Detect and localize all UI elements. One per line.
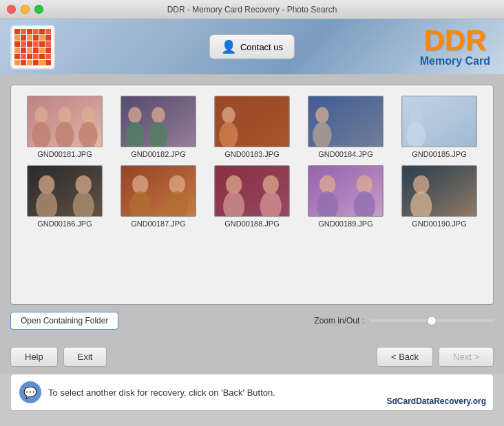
ddr-title: DDR	[420, 26, 490, 55]
svg-point-48	[357, 175, 372, 194]
photo-thumbnail[interactable]	[27, 96, 103, 147]
photo-gallery[interactable]: GND00181.JPGGND00182.JPGGND00183.JPGGND0…	[10, 85, 494, 305]
photo-label: GND00184.JPG	[318, 150, 372, 158]
list-item[interactable]: GND00190.JPG	[396, 165, 483, 228]
svg-point-4	[58, 107, 71, 123]
zoom-label: Zoom in/Out :	[314, 316, 364, 326]
zoom-section: Zoom in/Out :	[314, 316, 494, 326]
list-item[interactable]: GND00185.JPG	[396, 96, 483, 158]
photo-thumbnail[interactable]	[120, 96, 196, 147]
zoom-slider[interactable]	[370, 319, 494, 322]
next-button[interactable]: Next >	[439, 347, 494, 367]
photo-thumbnail[interactable]	[308, 96, 384, 147]
info-message: To select another disk for recovery, cli…	[48, 387, 275, 398]
ddr-logo: DDR Memory Card	[420, 26, 490, 67]
svg-point-42	[263, 175, 279, 194]
exit-button[interactable]: Exit	[63, 347, 107, 367]
ddr-subtitle: Memory Card	[420, 55, 490, 67]
list-item[interactable]: GND00189.JPG	[302, 165, 389, 228]
header: 👤 Contact us DDR Memory Card	[0, 19, 504, 74]
photo-label: GND00187.JPG	[131, 220, 185, 228]
contact-button[interactable]: 👤 Contact us	[209, 34, 295, 59]
contact-icon: 👤	[221, 39, 236, 54]
photo-thumbnail[interactable]	[401, 165, 477, 217]
svg-point-36	[169, 175, 185, 194]
list-item[interactable]: GND00182.JPG	[115, 96, 202, 158]
list-item[interactable]: GND00183.JPG	[209, 96, 295, 158]
window-title: DDR - Memory Card Recovery - Photo Searc…	[167, 5, 337, 14]
maximize-button[interactable]	[34, 5, 43, 14]
photo-thumbnail[interactable]	[214, 165, 290, 217]
list-item[interactable]: GND00181.JPG	[21, 96, 108, 158]
close-button[interactable]	[7, 5, 16, 14]
back-button[interactable]: < Back	[377, 347, 433, 367]
watermark: SdCardDataRecovery.org	[387, 396, 487, 406]
svg-point-10	[128, 107, 141, 123]
svg-point-40	[226, 175, 242, 194]
photo-thumbnail[interactable]	[120, 165, 196, 217]
nav-right-group: < Back Next >	[377, 347, 494, 367]
list-item[interactable]: GND00187.JPG	[115, 165, 202, 228]
logo-grid	[14, 29, 51, 65]
contact-label: Contact us	[240, 42, 283, 52]
svg-point-28	[39, 175, 54, 194]
photo-label: GND00183.JPG	[224, 150, 279, 158]
open-folder-button[interactable]: Open Containing Folder	[10, 312, 118, 330]
photo-label: GND00188.JPG	[224, 220, 279, 228]
photo-thumbnail[interactable]	[401, 96, 477, 147]
photo-label: GND00182.JPG	[131, 150, 185, 158]
app-logo	[10, 25, 55, 70]
photo-label: GND00186.JPG	[37, 220, 92, 228]
gallery-toolbar: Open Containing Folder Zoom in/Out :	[10, 312, 494, 330]
bottom-navigation: Help Exit < Back Next >	[0, 340, 504, 374]
photo-thumbnail[interactable]	[308, 165, 384, 217]
window-controls	[7, 5, 43, 14]
photo-label: GND00189.JPG	[318, 220, 372, 228]
list-item[interactable]: GND00186.JPG	[21, 165, 108, 228]
svg-point-6	[81, 107, 94, 123]
svg-point-34	[132, 175, 148, 194]
list-item[interactable]: GND00188.JPG	[209, 165, 295, 228]
svg-point-24	[409, 107, 422, 123]
main-content: GND00181.JPGGND00182.JPGGND00183.JPGGND0…	[0, 74, 504, 340]
svg-point-20	[315, 107, 328, 123]
svg-point-52	[413, 175, 429, 194]
photo-thumbnail[interactable]	[214, 96, 290, 147]
photo-label: GND00181.JPG	[37, 150, 92, 158]
info-bar: 💬 To select another disk for recovery, c…	[10, 374, 494, 411]
photo-label: GND00185.JPG	[412, 150, 466, 158]
svg-point-16	[222, 107, 235, 123]
title-bar: DDR - Memory Card Recovery - Photo Searc…	[0, 0, 504, 19]
list-item[interactable]: GND00184.JPG	[302, 96, 389, 158]
svg-point-12	[151, 107, 165, 123]
info-icon: 💬	[19, 381, 41, 403]
minimize-button[interactable]	[21, 5, 30, 14]
svg-point-46	[319, 175, 335, 194]
help-button[interactable]: Help	[10, 347, 58, 367]
svg-point-30	[76, 175, 92, 194]
photo-grid: GND00181.JPGGND00182.JPGGND00183.JPGGND0…	[21, 96, 483, 228]
svg-point-2	[34, 107, 48, 123]
photo-label: GND00190.JPG	[412, 220, 466, 228]
photo-thumbnail[interactable]	[27, 165, 103, 217]
